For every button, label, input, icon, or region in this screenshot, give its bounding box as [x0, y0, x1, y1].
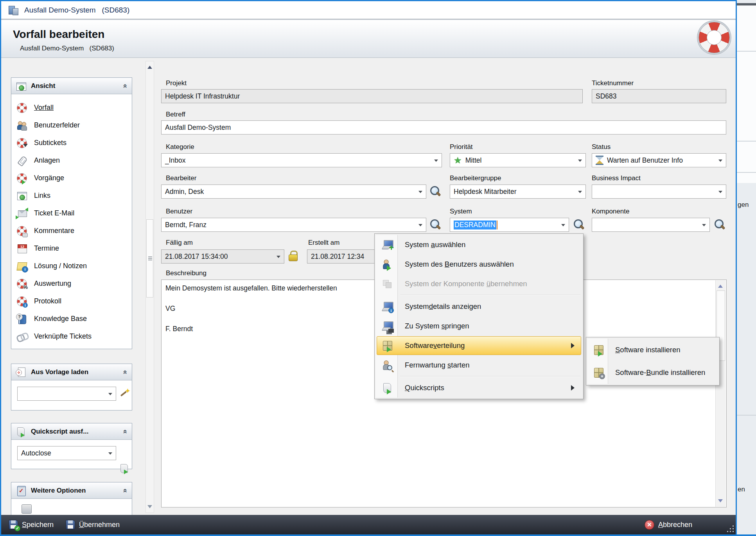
bottom-toolbar: ✓ Speichern Übernehmen × Abbrechen [0, 515, 737, 534]
sidebar-item-subtickets[interactable]: Subtickets [17, 134, 126, 152]
wand-sparkle: ✦ [125, 387, 131, 395]
panel-quickscript: Quickscript ausf... « Autoclose [11, 423, 132, 469]
betreff-input[interactable]: Ausfall Demo-System [161, 120, 726, 134]
quickscript-combobox[interactable]: Autoclose [17, 446, 116, 460]
sidebar-item-loesung-notizen[interactable]: Lösung / Notizen [17, 257, 126, 275]
background-window-strip: gen en [737, 0, 756, 536]
sidebar-item-vorfall[interactable]: Vorfall [17, 99, 126, 117]
sidebar-item-verknuepfte-tickets[interactable]: Verknüpfte Tickets [17, 328, 126, 345]
scroll-up-icon[interactable] [716, 281, 724, 289]
menu-item-systemdetails[interactable]: i Systemdetails anzeigen [376, 297, 582, 316]
lock-icon[interactable] [288, 250, 298, 262]
scrollbar-thumb[interactable] [146, 219, 153, 298]
software-package-icon [382, 340, 393, 351]
run-quickscript-button[interactable] [119, 463, 129, 473]
betreff-label: Betreff [166, 111, 185, 118]
collapse-chevron-icon[interactable]: « [122, 430, 130, 434]
panel-weitere-optionen: Weitere Optionen « [11, 482, 132, 515]
kategorie-combobox[interactable]: _Inbox [161, 153, 442, 167]
clipped-option-icon [22, 504, 32, 514]
sidebar-item-auswertung[interactable]: Auswertung [17, 275, 126, 292]
scroll-down-icon[interactable] [146, 504, 154, 512]
menu-item-system-auswaehlen[interactable]: + System auswählen [376, 235, 582, 255]
chevron-down-icon [434, 160, 438, 164]
cancel-x-icon: × [645, 520, 654, 530]
bearbeitergruppe-combobox[interactable]: Helpdesk Mitarbeiter [450, 185, 586, 199]
bearbeitergruppe-label: Bearbeitergruppe [450, 174, 501, 182]
save-button[interactable]: ✓ Speichern [9, 515, 54, 534]
sidebar-item-protokoll[interactable]: Protokoll [17, 292, 126, 310]
sidebar-item-label: Protokoll [34, 297, 61, 305]
status-combobox[interactable]: Warten auf Benutzer Info [592, 153, 726, 167]
komponente-label: Komponente [592, 208, 629, 215]
window-title: Ausfall Demo-System (SD683) [24, 6, 129, 14]
computer-info-icon: i [382, 301, 393, 312]
faellig-am-field[interactable]: 21.08.2017 15:34:00 [161, 249, 284, 264]
chevron-down-icon [718, 191, 722, 195]
sidebar-item-vorgaenge[interactable]: Vorgänge [17, 169, 126, 187]
header-band: Vorfall bearbeiten Ausfall Demo-System (… [1, 20, 736, 58]
collapse-chevron-icon[interactable]: « [122, 489, 130, 493]
window-border-bottom [0, 534, 756, 536]
sidebar-item-links[interactable]: Links [17, 187, 126, 204]
prioritaet-combobox[interactable]: ★ Mittel [450, 153, 586, 167]
sidebar-item-label: Benutzerfelder [34, 121, 80, 129]
priority-star-icon: ★ [454, 156, 462, 165]
globe-window-icon [17, 191, 27, 201]
sidebar-item-termine[interactable]: Termine [17, 240, 126, 257]
menu-item-softwareverteilung[interactable]: Softwareverteilung [376, 336, 582, 355]
quickscript-combo-value: Autoclose [21, 449, 51, 457]
bearbeiter-combobox[interactable]: Admin, Desk [161, 185, 426, 199]
bearbeiter-search-icon[interactable] [429, 185, 441, 198]
form-scrollbar[interactable] [145, 61, 154, 513]
sidebar-item-label: Termine [34, 244, 59, 253]
resize-grip[interactable] [725, 523, 734, 532]
sidebar-item-benutzerfelder[interactable]: Benutzerfelder [17, 117, 126, 134]
vorlage-combobox[interactable] [17, 387, 116, 401]
note-icon [17, 261, 27, 271]
menu-item-system-des-benutzers[interactable]: System des Benutzers auswählen [376, 255, 582, 274]
benutzer-search-icon[interactable] [429, 219, 441, 231]
sidebar-item-label: Ticket E-Mail [34, 209, 74, 217]
sidebar-item-label: Vorgänge [34, 174, 64, 182]
beschreibung-label: Beschreibung [166, 269, 207, 277]
apply-button[interactable]: Übernehmen [66, 515, 120, 534]
submenu-item-software-bundle[interactable]: Software-Bundle installieren [587, 361, 718, 384]
collapse-chevron-icon[interactable]: « [122, 84, 130, 88]
computer-jump-icon [382, 321, 393, 332]
sidebar-item-knowledge-base[interactable]: Knowledge Base [17, 310, 126, 328]
menu-item-quickscripts[interactable]: Quickscripts [376, 378, 582, 398]
panel-quickscript-header[interactable]: Quickscript ausf... « [11, 423, 132, 440]
load-template-wand-button[interactable]: ✦ [119, 387, 131, 400]
cancel-button[interactable]: × Abbrechen [645, 515, 692, 534]
collapse-chevron-icon[interactable]: « [122, 370, 130, 375]
sidebar-item-anlagen[interactable]: Anlagen [17, 152, 126, 169]
evaluation-icon [17, 279, 27, 289]
system-search-icon[interactable] [572, 219, 585, 231]
mail-icon [17, 208, 27, 219]
komponente-search-icon[interactable] [713, 219, 725, 231]
scroll-down-icon[interactable] [716, 498, 724, 506]
submenu-item-software-installieren[interactable]: Software installieren [587, 339, 718, 361]
benutzer-combobox[interactable]: Berndt, Franz [161, 218, 426, 232]
beschreibung-scrollbar[interactable] [715, 280, 726, 507]
panel-weitere-optionen-header[interactable]: Weitere Optionen « [11, 482, 132, 499]
panel-vorlage-header[interactable]: Aus Vorlage laden « [11, 364, 132, 380]
menu-item-zu-system-springen[interactable]: Zu System springen [376, 316, 582, 336]
scroll-up-icon[interactable] [146, 62, 154, 70]
system-label: System [450, 208, 472, 215]
panel-ansicht-header[interactable]: Ansicht « [11, 78, 132, 94]
business-impact-combobox[interactable] [592, 185, 726, 199]
sidebar-item-kommentare[interactable]: Kommentare [17, 222, 126, 240]
chevron-down-icon [702, 224, 706, 228]
system-combobox[interactable]: DESRADMIN [450, 218, 569, 232]
calendar-icon [17, 244, 27, 254]
clipboard-icon [16, 486, 26, 496]
protocol-icon [17, 296, 27, 307]
sidebar-item-ticket-email[interactable]: Ticket E-Mail [17, 204, 126, 222]
menu-item-fernwartung[interactable]: Fernwartung starten [376, 355, 582, 375]
user-arrow-icon [382, 259, 393, 270]
template-doc-icon [16, 367, 26, 377]
komponente-combobox[interactable] [592, 218, 710, 232]
paperclip-icon [17, 156, 27, 166]
